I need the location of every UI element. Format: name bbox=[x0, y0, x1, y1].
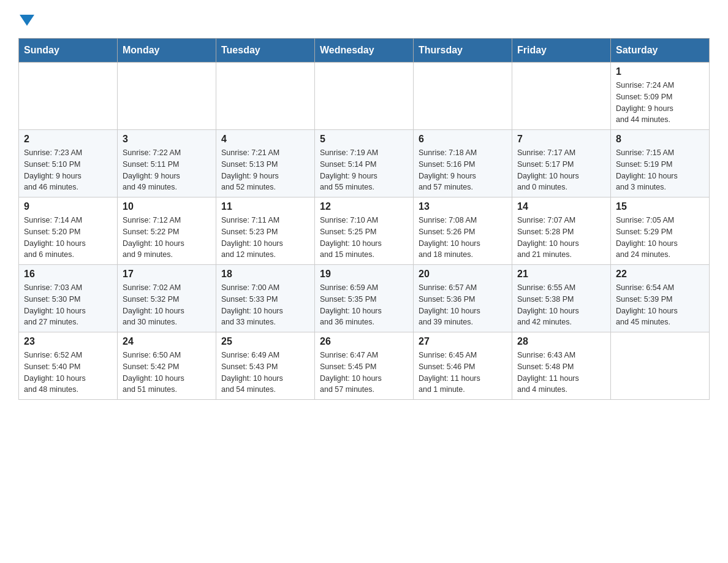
day-info: Sunrise: 7:11 AMSunset: 5:23 PMDaylight:… bbox=[221, 215, 309, 261]
calendar-cell: 23Sunrise: 6:52 AMSunset: 5:40 PMDayligh… bbox=[19, 332, 118, 400]
day-number: 10 bbox=[123, 201, 211, 212]
calendar-week-row: 16Sunrise: 7:03 AMSunset: 5:30 PMDayligh… bbox=[19, 265, 710, 332]
day-number: 28 bbox=[517, 336, 605, 347]
day-info: Sunrise: 7:18 AMSunset: 5:16 PMDaylight:… bbox=[419, 147, 507, 193]
day-info: Sunrise: 6:49 AMSunset: 5:43 PMDaylight:… bbox=[221, 350, 309, 396]
calendar-cell: 7Sunrise: 7:17 AMSunset: 5:17 PMDaylight… bbox=[512, 130, 611, 197]
day-number: 23 bbox=[24, 336, 112, 347]
day-info: Sunrise: 6:54 AMSunset: 5:39 PMDaylight:… bbox=[616, 282, 704, 328]
day-number: 4 bbox=[221, 134, 309, 145]
day-info: Sunrise: 7:10 AMSunset: 5:25 PMDaylight:… bbox=[320, 215, 408, 261]
day-info: Sunrise: 6:45 AMSunset: 5:46 PMDaylight:… bbox=[419, 350, 507, 396]
day-number: 12 bbox=[320, 201, 408, 212]
calendar-cell: 24Sunrise: 6:50 AMSunset: 5:42 PMDayligh… bbox=[118, 332, 216, 400]
day-number: 3 bbox=[123, 134, 211, 145]
day-info: Sunrise: 7:24 AMSunset: 5:09 PMDaylight:… bbox=[616, 80, 704, 126]
calendar-cell: 9Sunrise: 7:14 AMSunset: 5:20 PMDaylight… bbox=[19, 197, 118, 265]
calendar-cell: 18Sunrise: 7:00 AMSunset: 5:33 PMDayligh… bbox=[216, 265, 315, 332]
calendar-cell: 22Sunrise: 6:54 AMSunset: 5:39 PMDayligh… bbox=[611, 265, 710, 332]
calendar-cell: 25Sunrise: 6:49 AMSunset: 5:43 PMDayligh… bbox=[216, 332, 315, 400]
calendar-table: SundayMondayTuesdayWednesdayThursdayFrid… bbox=[18, 38, 710, 400]
day-number: 27 bbox=[419, 336, 507, 347]
calendar-cell: 11Sunrise: 7:11 AMSunset: 5:23 PMDayligh… bbox=[216, 197, 315, 265]
day-info: Sunrise: 7:00 AMSunset: 5:33 PMDaylight:… bbox=[221, 282, 309, 328]
day-info: Sunrise: 6:43 AMSunset: 5:48 PMDaylight:… bbox=[517, 350, 605, 396]
day-info: Sunrise: 6:55 AMSunset: 5:38 PMDaylight:… bbox=[517, 282, 605, 328]
day-number: 19 bbox=[320, 269, 408, 280]
calendar-cell: 10Sunrise: 7:12 AMSunset: 5:22 PMDayligh… bbox=[118, 197, 216, 265]
calendar-cell: 8Sunrise: 7:15 AMSunset: 5:19 PMDaylight… bbox=[611, 130, 710, 197]
calendar-cell: 6Sunrise: 7:18 AMSunset: 5:16 PMDaylight… bbox=[414, 130, 512, 197]
day-number: 8 bbox=[616, 134, 704, 145]
calendar-cell: 15Sunrise: 7:05 AMSunset: 5:29 PMDayligh… bbox=[611, 197, 710, 265]
col-header-wednesday: Wednesday bbox=[315, 39, 414, 63]
day-info: Sunrise: 6:59 AMSunset: 5:35 PMDaylight:… bbox=[320, 282, 408, 328]
day-number: 17 bbox=[123, 269, 211, 280]
calendar-week-row: 23Sunrise: 6:52 AMSunset: 5:40 PMDayligh… bbox=[19, 332, 710, 400]
logo-triangle-icon bbox=[20, 15, 34, 26]
day-number: 21 bbox=[517, 269, 605, 280]
calendar-cell bbox=[19, 63, 118, 130]
calendar-cell: 21Sunrise: 6:55 AMSunset: 5:38 PMDayligh… bbox=[512, 265, 611, 332]
calendar-cell: 4Sunrise: 7:21 AMSunset: 5:13 PMDaylight… bbox=[216, 130, 315, 197]
day-info: Sunrise: 7:03 AMSunset: 5:30 PMDaylight:… bbox=[24, 282, 112, 328]
day-number: 15 bbox=[616, 201, 704, 212]
calendar-cell bbox=[414, 63, 512, 130]
day-info: Sunrise: 7:17 AMSunset: 5:17 PMDaylight:… bbox=[517, 147, 605, 193]
calendar-header-row: SundayMondayTuesdayWednesdayThursdayFrid… bbox=[19, 39, 710, 63]
col-header-thursday: Thursday bbox=[414, 39, 512, 63]
col-header-monday: Monday bbox=[118, 39, 216, 63]
day-info: Sunrise: 7:22 AMSunset: 5:11 PMDaylight:… bbox=[123, 147, 211, 193]
day-number: 26 bbox=[320, 336, 408, 347]
calendar-cell bbox=[216, 63, 315, 130]
page-header bbox=[18, 12, 710, 26]
day-number: 20 bbox=[419, 269, 507, 280]
calendar-cell: 3Sunrise: 7:22 AMSunset: 5:11 PMDaylight… bbox=[118, 130, 216, 197]
day-number: 6 bbox=[419, 134, 507, 145]
day-info: Sunrise: 7:07 AMSunset: 5:28 PMDaylight:… bbox=[517, 215, 605, 261]
calendar-cell: 2Sunrise: 7:23 AMSunset: 5:10 PMDaylight… bbox=[19, 130, 118, 197]
day-number: 22 bbox=[616, 269, 704, 280]
calendar-cell: 28Sunrise: 6:43 AMSunset: 5:48 PMDayligh… bbox=[512, 332, 611, 400]
day-number: 18 bbox=[221, 269, 309, 280]
col-header-sunday: Sunday bbox=[19, 39, 118, 63]
day-number: 24 bbox=[123, 336, 211, 347]
calendar-week-row: 9Sunrise: 7:14 AMSunset: 5:20 PMDaylight… bbox=[19, 197, 710, 265]
day-info: Sunrise: 7:05 AMSunset: 5:29 PMDaylight:… bbox=[616, 215, 704, 261]
day-number: 14 bbox=[517, 201, 605, 212]
calendar-cell: 20Sunrise: 6:57 AMSunset: 5:36 PMDayligh… bbox=[414, 265, 512, 332]
calendar-cell bbox=[512, 63, 611, 130]
day-info: Sunrise: 7:15 AMSunset: 5:19 PMDaylight:… bbox=[616, 147, 704, 193]
col-header-saturday: Saturday bbox=[611, 39, 710, 63]
calendar-cell: 16Sunrise: 7:03 AMSunset: 5:30 PMDayligh… bbox=[19, 265, 118, 332]
day-info: Sunrise: 7:12 AMSunset: 5:22 PMDaylight:… bbox=[123, 215, 211, 261]
calendar-cell bbox=[315, 63, 414, 130]
day-number: 25 bbox=[221, 336, 309, 347]
day-info: Sunrise: 7:21 AMSunset: 5:13 PMDaylight:… bbox=[221, 147, 309, 193]
calendar-cell: 26Sunrise: 6:47 AMSunset: 5:45 PMDayligh… bbox=[315, 332, 414, 400]
day-info: Sunrise: 6:57 AMSunset: 5:36 PMDaylight:… bbox=[419, 282, 507, 328]
calendar-cell bbox=[118, 63, 216, 130]
calendar-cell: 14Sunrise: 7:07 AMSunset: 5:28 PMDayligh… bbox=[512, 197, 611, 265]
day-number: 13 bbox=[419, 201, 507, 212]
day-number: 11 bbox=[221, 201, 309, 212]
calendar-cell: 1Sunrise: 7:24 AMSunset: 5:09 PMDaylight… bbox=[611, 63, 710, 130]
calendar-cell: 19Sunrise: 6:59 AMSunset: 5:35 PMDayligh… bbox=[315, 265, 414, 332]
day-number: 5 bbox=[320, 134, 408, 145]
calendar-cell: 27Sunrise: 6:45 AMSunset: 5:46 PMDayligh… bbox=[414, 332, 512, 400]
day-info: Sunrise: 7:23 AMSunset: 5:10 PMDaylight:… bbox=[24, 147, 112, 193]
day-number: 7 bbox=[517, 134, 605, 145]
day-info: Sunrise: 6:47 AMSunset: 5:45 PMDaylight:… bbox=[320, 350, 408, 396]
day-number: 9 bbox=[24, 201, 112, 212]
day-number: 2 bbox=[24, 134, 112, 145]
day-number: 16 bbox=[24, 269, 112, 280]
calendar-week-row: 1Sunrise: 7:24 AMSunset: 5:09 PMDaylight… bbox=[19, 63, 710, 130]
day-info: Sunrise: 6:52 AMSunset: 5:40 PMDaylight:… bbox=[24, 350, 112, 396]
calendar-cell: 17Sunrise: 7:02 AMSunset: 5:32 PMDayligh… bbox=[118, 265, 216, 332]
day-info: Sunrise: 7:19 AMSunset: 5:14 PMDaylight:… bbox=[320, 147, 408, 193]
calendar-cell: 13Sunrise: 7:08 AMSunset: 5:26 PMDayligh… bbox=[414, 197, 512, 265]
calendar-week-row: 2Sunrise: 7:23 AMSunset: 5:10 PMDaylight… bbox=[19, 130, 710, 197]
calendar-cell bbox=[611, 332, 710, 400]
day-info: Sunrise: 7:14 AMSunset: 5:20 PMDaylight:… bbox=[24, 215, 112, 261]
calendar-cell: 12Sunrise: 7:10 AMSunset: 5:25 PMDayligh… bbox=[315, 197, 414, 265]
